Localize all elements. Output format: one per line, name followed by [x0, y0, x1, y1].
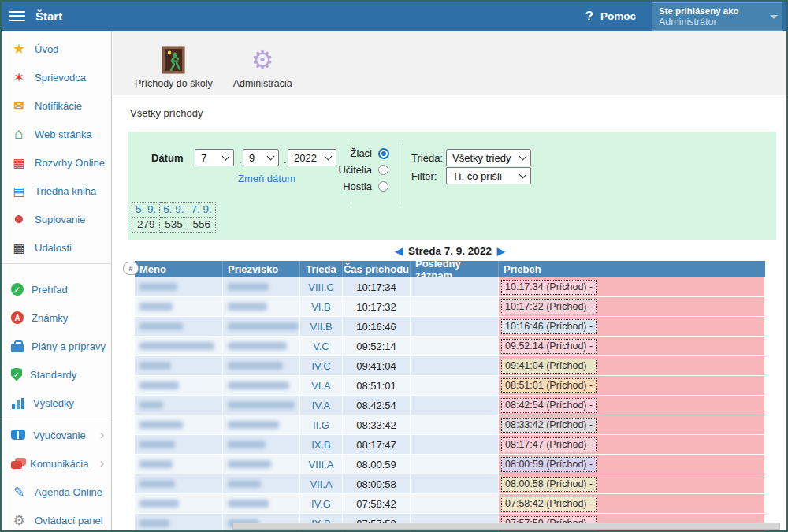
redacted-first-name — [139, 519, 169, 527]
sidebar-item-triedna-kniha[interactable]: ▤ Triedna kniha — [2, 177, 111, 205]
toolbar-item-prichody-do-skoly[interactable]: Príchody do školy — [130, 37, 217, 89]
table-row[interactable]: VII.A 08:00:58 08:00:58 (Príchod) - — [135, 474, 765, 494]
help-button[interactable]: ? Pomoc — [585, 9, 636, 24]
arrival-chip[interactable]: 09:41:04 (Príchod) - — [501, 359, 597, 374]
month-select[interactable]: 9 — [243, 149, 279, 166]
cell-meno — [135, 435, 223, 455]
column-header-trieda[interactable]: Trieda — [300, 261, 343, 277]
sidebar-item-plany-a-pripravy[interactable]: Plány a prípravy — [2, 332, 111, 360]
sidebar-item-notifikacie[interactable]: ✉ Notifikácie — [2, 91, 111, 120]
column-header-posledny-zaznam[interactable]: Posledný záznam — [411, 261, 499, 277]
arrival-chip[interactable]: 08:00:58 (Príchod) - — [501, 477, 597, 492]
arrival-chip[interactable]: 08:42:54 (Príchod) - — [501, 398, 597, 413]
table-row[interactable]: V.C 09:52:14 09:52:14 (Príchod) - — [135, 337, 765, 356]
sidebar-item-uvod[interactable]: ★ Úvod — [2, 35, 111, 63]
arrival-chip[interactable]: 08:33:42 (Príchod) - — [501, 418, 597, 433]
daily-count-date[interactable]: 7. 9. — [188, 203, 215, 218]
sidebar-item-standardy[interactable]: ✓ Štandardy — [2, 360, 111, 389]
prev-day-button[interactable]: ◀ — [392, 245, 405, 257]
filter-select[interactable]: Tí, čo prišli — [446, 167, 531, 184]
sidebar-item-prehlad[interactable]: ✓ Prehľad — [2, 275, 111, 303]
arrival-chip[interactable]: 08:17:47 (Príchod) - — [501, 437, 597, 452]
cell-meno — [135, 494, 223, 514]
sidebar-item-ovladaci-panel[interactable]: ⚙ Ovládací panel — [2, 506, 111, 530]
sidebar-item-rozvrhy-online[interactable]: ▦ Rozvrhy Online — [2, 148, 111, 177]
sidebar-item-komunikacia[interactable]: Komunikácia › — [2, 449, 111, 478]
sidebar-item-web-stranka[interactable]: ⌂ Web stránka — [2, 120, 111, 148]
table-row[interactable]: VII.B 10:16:46 10:16:46 (Príchod) - — [135, 317, 765, 337]
table-row[interactable]: IV.G 07:58:42 07:58:42 (Príchod) - — [135, 494, 765, 514]
arrival-chip[interactable]: 09:52:14 (Príchod) - — [501, 339, 597, 354]
daily-count-date[interactable]: 6. 9. — [160, 203, 188, 218]
redacted-first-name — [139, 381, 179, 389]
table-row[interactable]: IX.B 08:17:47 08:17:47 (Príchod) - — [135, 435, 765, 455]
arrival-chip[interactable]: 10:17:32 (Príchod) - — [501, 299, 597, 314]
table-row[interactable]: VIII.C 10:17:34 10:17:34 (Príchod) - — [135, 277, 765, 297]
sidebar-item-znamky[interactable]: A Známky — [2, 303, 111, 332]
arrival-chip[interactable]: 10:17:34 (Príchod) - — [501, 280, 597, 295]
daily-count-date[interactable]: 5. 9. — [132, 203, 160, 218]
table-row[interactable]: IV.A 08:42:54 08:42:54 (Príchod) - — [135, 396, 765, 415]
sidebar-item-udalosti[interactable]: ▦ Udalosti — [2, 233, 111, 262]
sidebar-item-sprievodca[interactable]: ✶ Sprievodca — [2, 63, 111, 91]
table-row[interactable]: IV.C 09:41:04 09:41:04 (Príchod) - — [135, 356, 765, 376]
table-options-button[interactable]: # — [123, 262, 139, 275]
sidebar-item-vyucovanie[interactable]: Vyučovanie › — [2, 421, 111, 449]
radio-ziaci[interactable] — [378, 148, 389, 159]
signed-in-user-dropdown[interactable]: Ste prihlásený ako Administrátor — [652, 2, 782, 31]
table-row[interactable]: VI.A 08:51:01 08:51:01 (Príchod) - — [135, 376, 765, 396]
redacted-first-name — [139, 441, 175, 448]
sidebar-item-label: Udalosti — [35, 242, 72, 254]
column-header-priebeh[interactable]: Priebeh — [499, 261, 765, 277]
day-select[interactable]: 7 — [195, 149, 234, 166]
cell-priezvisko — [223, 356, 300, 376]
cell-priezvisko — [223, 277, 300, 297]
sidebar-item-label: Notifikácie — [35, 100, 82, 112]
redacted-first-name — [139, 322, 183, 330]
sidebar-item-agenda-online[interactable]: ✎ Agenda Online — [2, 478, 111, 506]
cell-priezvisko — [223, 494, 300, 514]
pen-icon: ✎ — [11, 485, 27, 499]
arrival-chip[interactable]: 08:00:59 (Príchod) - — [501, 457, 597, 472]
redacted-first-name — [139, 401, 163, 409]
hamburger-menu-icon[interactable] — [9, 11, 25, 22]
table-row[interactable]: VIII.A 08:00:59 08:00:59 (Príchod) - — [135, 455, 765, 474]
class-select[interactable]: Všetky triedy — [446, 149, 531, 166]
radio-option-ucitelia[interactable]: Učitelia — [329, 164, 388, 176]
column-header-cas-prichodu[interactable]: Čas príchodu — [343, 261, 411, 277]
sidebar-group-2: ✓ Prehľad A Známky Plány a prípravy ✓ Št… — [2, 275, 111, 417]
cell-cas-prichodu: 08:00:58 — [343, 474, 411, 494]
sidebar-item-label: Známky — [32, 312, 68, 324]
change-date-link[interactable]: Zmeň dátum — [238, 173, 296, 184]
notebook-icon: ▤ — [11, 184, 27, 198]
arrival-chip[interactable]: 07:58:42 (Príchod) - — [501, 497, 597, 512]
horizontal-scrollbar[interactable] — [232, 523, 780, 530]
cell-cas-prichodu: 08:33:42 — [343, 415, 411, 435]
toolbar-item-label: Príchody do školy — [135, 78, 213, 89]
arrival-chip[interactable]: 08:51:01 (Príchod) - — [501, 378, 597, 393]
cell-meno — [135, 455, 223, 474]
redacted-last-name — [228, 283, 269, 291]
sidebar-item-vysledky[interactable]: Výsledky — [2, 389, 111, 417]
table-row[interactable]: II.G 08:33:42 08:33:42 (Príchod) - — [135, 415, 765, 435]
table-row[interactable]: VI.B 10:17:32 10:17:32 (Príchod) - — [135, 297, 765, 317]
next-day-button[interactable]: ▶ — [495, 245, 507, 257]
cell-trieda: VI.B — [300, 297, 343, 317]
cell-trieda: VI.A — [300, 376, 343, 396]
column-header-priezvisko[interactable]: Priezvisko — [223, 261, 300, 277]
radio-ucitelia[interactable] — [378, 165, 388, 175]
gear-icon: ⚙ — [11, 513, 27, 527]
question-mark-icon: ? — [585, 9, 593, 24]
sidebar-group-3: Vyučovanie › Komunikácia › ✎ Agenda Onli… — [2, 421, 111, 530]
column-header-meno[interactable]: Meno — [135, 261, 223, 277]
sidebar-item-label: Suplovanie — [35, 214, 85, 225]
arrival-chip[interactable]: 10:16:46 (Príchod) - — [501, 319, 597, 334]
sidebar-item-suplovanie[interactable]: ☻ Suplovanie — [2, 205, 111, 233]
toolbar-item-administracia[interactable]: ⚙ Administrácia — [229, 37, 297, 89]
radio-hostia[interactable] — [378, 181, 388, 192]
radio-option-ziaci[interactable]: Žiaci — [329, 147, 389, 159]
cell-trieda: II.G — [300, 415, 343, 435]
cell-cas-prichodu: 09:41:04 — [343, 356, 411, 376]
radio-option-hostia[interactable]: Hostia — [329, 180, 388, 192]
daily-counts-table[interactable]: 5. 9. 6. 9. 7. 9. 279 535 556 — [132, 202, 216, 233]
